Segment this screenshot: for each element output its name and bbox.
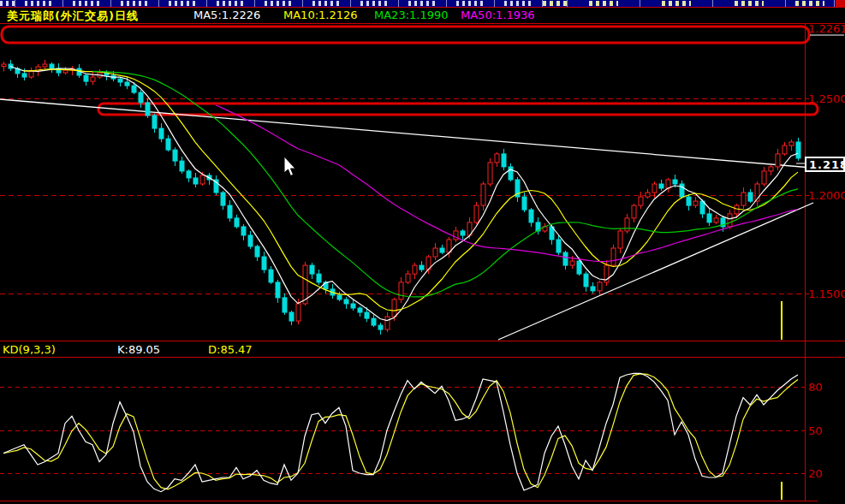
candle-up (63, 70, 68, 73)
candle-down (166, 139, 170, 150)
candle-down (235, 218, 239, 227)
candle-down (289, 312, 294, 321)
candle-up (91, 77, 95, 81)
candle-down (687, 197, 691, 205)
price-axis-label: 1.1500 (808, 288, 845, 300)
candle-up (783, 145, 787, 154)
candle-up (714, 218, 718, 222)
candle-up (762, 171, 766, 184)
candle-down (344, 299, 348, 304)
candle-down (591, 287, 595, 291)
candle-down (241, 227, 246, 235)
candle-up (618, 231, 622, 248)
candle-up (406, 274, 410, 282)
candle-up (43, 64, 47, 67)
ma23-line (92, 71, 798, 297)
candle-up (433, 248, 437, 257)
d-line (3, 374, 798, 489)
candle-down (351, 304, 355, 308)
candle-down (132, 86, 136, 92)
kd-axis-label: 20 (808, 467, 823, 480)
mouse-cursor (284, 157, 295, 176)
candle-down (283, 298, 287, 312)
annotation-price-label: 1.2261 (808, 22, 845, 35)
candle-down (378, 325, 383, 329)
candle-down (502, 154, 506, 167)
candle-down (269, 270, 273, 282)
candle-up (652, 184, 657, 193)
candle-down (180, 161, 184, 171)
candle-up (693, 201, 698, 205)
candle-up (789, 142, 794, 145)
candle-up (2, 64, 6, 67)
candle-down (584, 274, 588, 287)
last-price-label: 1.2189 (809, 158, 845, 171)
drawn-rectangle-mid[interactable] (98, 104, 818, 115)
charting-app-window: 美元瑞郎(外汇交易)日线 MA5:1.2226 MA10:1.2126 MA23… (0, 0, 845, 504)
candle-up (29, 71, 33, 77)
candle-down (577, 261, 581, 274)
candle-up (769, 167, 773, 171)
candle-up (741, 193, 746, 205)
candle-down (372, 318, 376, 325)
candle-down (420, 265, 424, 270)
candle-up (385, 317, 390, 329)
candle-down (522, 197, 527, 210)
candle-down (556, 240, 561, 252)
candle-down (193, 178, 198, 184)
candle-down (262, 257, 266, 270)
candle-down (317, 274, 321, 282)
candle-down (173, 150, 177, 161)
ma50-line (216, 105, 798, 262)
candle-down (276, 282, 280, 298)
candle-up (481, 184, 485, 205)
candle-up (735, 205, 739, 214)
candle-up (413, 265, 417, 274)
candle-down (125, 82, 129, 86)
candle-down (673, 180, 677, 184)
ascending-trendline[interactable] (498, 203, 813, 340)
price-axis-label: 1.2000 (808, 189, 845, 202)
candle-down (152, 116, 157, 128)
candle-up (776, 154, 780, 167)
candle-down (707, 214, 711, 222)
candle-down (22, 74, 27, 77)
candle-down (159, 128, 164, 139)
candle-down (358, 308, 362, 312)
candle-down (118, 79, 122, 82)
candle-down (748, 193, 753, 201)
candle-up (303, 265, 307, 304)
candle-down (146, 103, 150, 116)
main-chart-canvas[interactable]: 1.25001.20001.15008050201.22611.2189 (0, 0, 845, 504)
candle-up (200, 175, 205, 184)
candle-up (625, 218, 629, 231)
candle-down (228, 205, 232, 218)
candle-down (139, 92, 143, 103)
candle-down (248, 235, 253, 246)
candle-down (563, 252, 568, 265)
candle-up (399, 282, 403, 299)
candle-down (187, 171, 191, 178)
candle-down (659, 184, 664, 188)
candle-down (310, 265, 314, 274)
candle-down (50, 64, 54, 68)
candle-up (488, 163, 492, 184)
drawn-rectangle-top[interactable] (2, 27, 809, 43)
candle-up (646, 193, 650, 197)
candle-down (221, 193, 225, 205)
candle-up (296, 304, 301, 321)
candle-up (392, 299, 396, 317)
candle-down (365, 312, 369, 318)
kd-axis-label: 50 (808, 424, 823, 437)
candle-down (337, 295, 342, 299)
candle-down (84, 75, 88, 81)
candle-up (570, 261, 574, 265)
candle-down (461, 231, 465, 235)
candle-up (632, 205, 636, 218)
candle-up (598, 282, 602, 291)
candle-up (728, 214, 732, 227)
descending-trendline[interactable] (0, 99, 812, 168)
candle-down (796, 142, 800, 158)
candle-down (255, 246, 259, 257)
candle-down (440, 248, 444, 252)
